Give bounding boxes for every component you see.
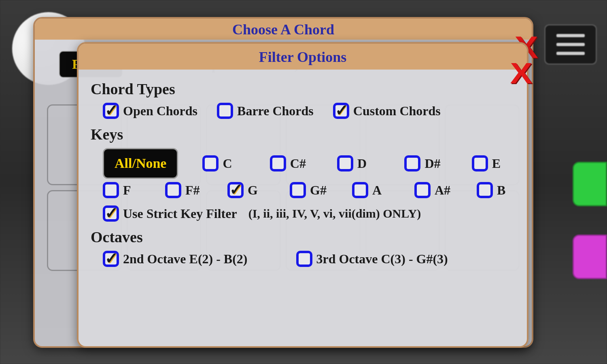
choose-chord-title: Choose A Chord xyxy=(35,21,532,38)
barre-chords-checkbox[interactable]: Barre Chords xyxy=(217,103,314,119)
keys-heading: Keys xyxy=(91,125,515,143)
key-c-checkbox[interactable]: C xyxy=(202,155,245,171)
third-octave-label: 3rd Octave C(3) - G#(3) xyxy=(316,252,448,267)
key-ds-checkbox[interactable]: D# xyxy=(404,155,447,171)
all-none-button[interactable]: All/None xyxy=(103,148,178,179)
strict-key-filter-label: Use Strict Key Filter xyxy=(123,206,237,221)
key-fs-checkbox[interactable]: F# xyxy=(165,182,203,198)
third-octave-checkbox[interactable]: 3rd Octave C(3) - G#(3) xyxy=(296,251,448,267)
tuner-side-button[interactable] xyxy=(573,162,607,206)
key-as-checkbox[interactable]: A# xyxy=(414,182,452,198)
choose-chord-header: Choose A Chord xyxy=(35,19,532,40)
custom-chords-checkbox[interactable]: Custom Chords xyxy=(333,103,441,119)
key-b-checkbox[interactable]: B xyxy=(477,182,515,198)
custom-chords-label: Custom Chords xyxy=(353,104,441,119)
close-icon[interactable]: X xyxy=(510,65,532,82)
key-cs-checkbox[interactable]: C# xyxy=(270,155,313,171)
key-g-checkbox[interactable]: G xyxy=(227,182,265,198)
filter-options-dialog: Filter Options X Chord Types Open Chords… xyxy=(77,42,528,348)
strict-key-filter-note: (I, ii, iii, IV, V, vi, vii(dim) ONLY) xyxy=(248,207,421,220)
filter-options-header: Filter Options xyxy=(79,44,527,70)
chord-types-heading: Chord Types xyxy=(91,80,515,98)
key-f-checkbox[interactable]: F xyxy=(103,182,141,198)
key-e-checkbox[interactable]: E xyxy=(472,155,515,171)
menu-button[interactable] xyxy=(544,24,597,65)
filter-options-title: Filter Options xyxy=(79,49,527,66)
second-octave-checkbox[interactable]: 2nd Octave E(2) - B(2) xyxy=(103,251,248,267)
octaves-heading: Octaves xyxy=(91,228,515,246)
second-octave-label: 2nd Octave E(2) - B(2) xyxy=(123,252,248,267)
key-gs-checkbox[interactable]: G# xyxy=(290,182,328,198)
open-chords-label: Open Chords xyxy=(123,104,197,119)
open-chords-checkbox[interactable]: Open Chords xyxy=(103,103,197,119)
key-a-checkbox[interactable]: A xyxy=(352,182,390,198)
key-d-checkbox[interactable]: D xyxy=(337,155,380,171)
strict-key-filter-checkbox[interactable]: Use Strict Key Filter xyxy=(103,205,237,222)
barre-chords-label: Barre Chords xyxy=(237,104,314,119)
drums-side-button[interactable] xyxy=(573,235,607,279)
